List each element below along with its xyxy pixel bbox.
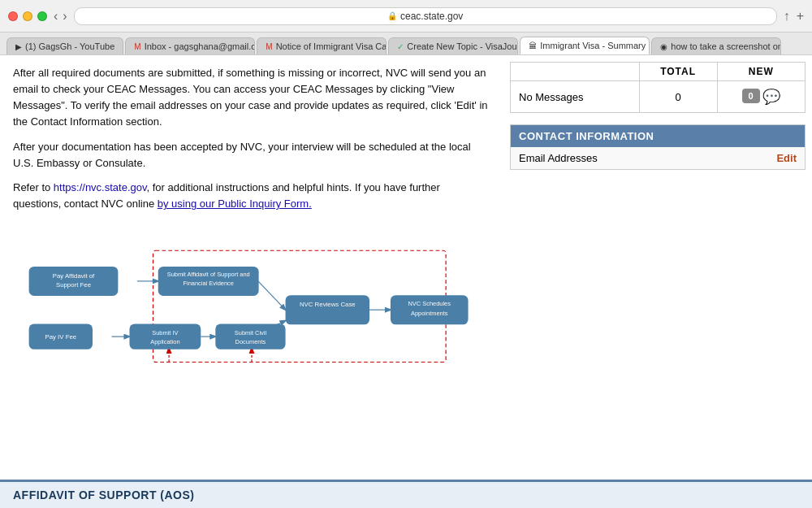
speech-bubble-icon: 💬 [762,89,780,105]
messages-new-badge: 0 [742,89,760,103]
messages-total-value: 0 [639,81,717,113]
tab-visajourney[interactable]: ✓ Create New Topic - VisaJourney [388,37,518,54]
page-content: After all required documents are submitt… [0,55,812,508]
tab-label-screenshot: how to take a screenshot on a... [671,41,781,51]
svg-text:Application: Application [150,338,179,345]
new-tab-icon[interactable]: + [797,9,804,24]
para1-text: After all required documents are submitt… [13,65,490,131]
tab-favicon-gmail: M [134,42,140,51]
tab-favicon-screenshot: ◉ [660,42,667,51]
nvc-state-gov-link[interactable]: https://nvc.state.gov [54,181,147,193]
svg-text:NVC Schedules: NVC Schedules [408,300,451,307]
contact-section: CONTACT INFORMATION Email Addresses Edit [510,124,806,170]
svg-rect-15 [286,295,369,324]
browser-chrome: ‹ › 🔒 ceac.state.gov ↑ + [0,0,812,33]
svg-text:NVC Reviews Case: NVC Reviews Case [300,301,356,308]
tab-favicon-youtube: ▶ [15,42,22,51]
para3-prefix: Refer to [13,181,54,193]
svg-text:Appointments: Appointments [411,310,448,317]
browser-navigation: ‹ › [54,9,67,24]
lock-icon: 🔒 [387,11,397,20]
svg-line-2 [258,281,286,310]
back-button[interactable]: ‹ [54,9,58,24]
flowchart: Pay Affidavit of Support Fee Submit Affi… [13,220,490,383]
svg-text:Documents: Documents [235,338,266,345]
tab-favicon-notice: M [266,42,272,51]
browser-action-icons: ↑ + [784,9,804,24]
tab-youtube[interactable]: ▶ (1) GagsGh - YouTube [6,37,123,54]
address-bar[interactable]: 🔒 ceac.state.gov [74,7,777,25]
messages-table: TOTAL NEW No Messages 0 0 💬 [510,62,806,113]
maximize-window-button[interactable] [37,11,47,21]
affidavit-section-label: AFFIDAVIT OF SUPPORT (AOS) [13,488,195,501]
tab-label-gmail: Inbox - gagsghana@gmail.com... [145,41,256,51]
tab-gmail[interactable]: M Inbox - gagsghana@gmail.com... [125,37,255,54]
svg-text:Submit IV: Submit IV [152,329,178,336]
messages-label: No Messages [511,81,640,113]
svg-rect-22 [129,324,201,350]
tab-label-visajourney: Create New Topic - VisaJourney [407,41,518,51]
url-text: ceac.state.gov [400,11,463,22]
main-text-area: After all required documents are submitt… [0,55,503,508]
svg-text:Pay Affidavit of: Pay Affidavit of [53,272,95,280]
browser-tabs: ▶ (1) GagsGh - YouTube M Inbox - gagsgha… [0,33,812,55]
share-icon[interactable]: ↑ [784,9,790,24]
contact-email-label: Email Addresses [519,152,598,164]
tab-ceac[interactable]: 🏛 Immigrant Visa - Summary Infor... [520,37,650,54]
contact-header: CONTACT INFORMATION [511,125,805,147]
paragraph-3: Refer to https://nvc.state.gov, for addi… [13,180,490,212]
public-inquiry-link[interactable]: by using our Public Inquiry Form. [158,198,312,210]
svg-text:Financial Evidence: Financial Evidence [183,280,233,288]
contact-row: Email Addresses Edit [511,147,805,169]
svg-text:Support Fee: Support Fee [56,281,91,289]
tab-favicon-visajourney: ✓ [397,42,404,51]
forward-button[interactable]: › [63,9,67,24]
paragraph-1: After all required documents are submitt… [13,65,490,131]
tab-screenshot[interactable]: ◉ how to take a screenshot on a... [651,37,781,54]
paragraph-2: After your documentation has been accept… [13,139,490,172]
messages-total-header: TOTAL [639,63,717,81]
svg-text:Submit Civil: Submit Civil [235,329,267,336]
window-controls [8,11,47,21]
close-window-button[interactable] [8,11,18,21]
messages-new-badge-cell: 0 💬 [717,81,805,113]
svg-text:Submit Affidavit of Support an: Submit Affidavit of Support and [167,271,250,279]
tab-label-youtube: (1) GagsGh - YouTube [25,41,114,51]
svg-rect-25 [215,324,285,350]
contact-edit-link[interactable]: Edit [776,152,797,164]
para2-text: After your documentation has been accept… [13,139,490,172]
right-panel: TOTAL NEW No Messages 0 0 💬 CONTACT INFO… [503,55,812,508]
tab-label-notice: Notice of Immigrant Visa Case... [276,41,387,51]
messages-row: No Messages 0 0 💬 [511,81,806,113]
flowchart-svg: Pay Affidavit of Support Fee Submit Affi… [13,220,490,383]
svg-text:Pay IV Fee: Pay IV Fee [45,333,76,341]
tab-favicon-ceac: 🏛 [529,41,537,50]
minimize-window-button[interactable] [23,11,32,21]
messages-new-header: NEW [717,63,805,81]
bottom-section: AFFIDAVIT OF SUPPORT (AOS) [0,480,812,508]
tab-notice[interactable]: M Notice of Immigrant Visa Case... [257,37,387,54]
tab-label-ceac: Immigrant Visa - Summary Infor... [540,41,650,50]
